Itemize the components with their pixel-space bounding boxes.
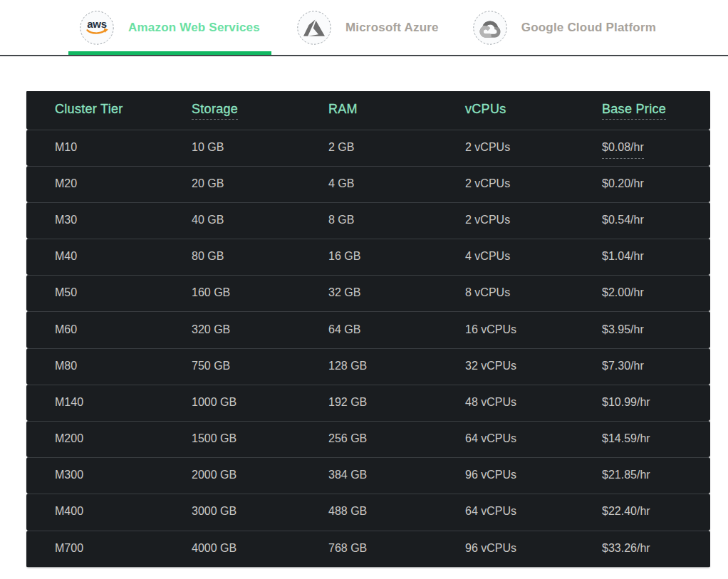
svg-text:aws: aws xyxy=(87,18,106,30)
